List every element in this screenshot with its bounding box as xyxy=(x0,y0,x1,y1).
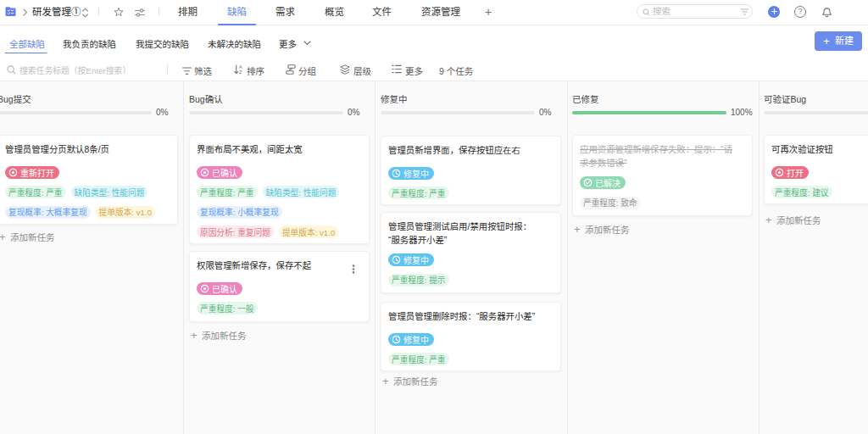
svg-text:Z: Z xyxy=(239,70,242,75)
